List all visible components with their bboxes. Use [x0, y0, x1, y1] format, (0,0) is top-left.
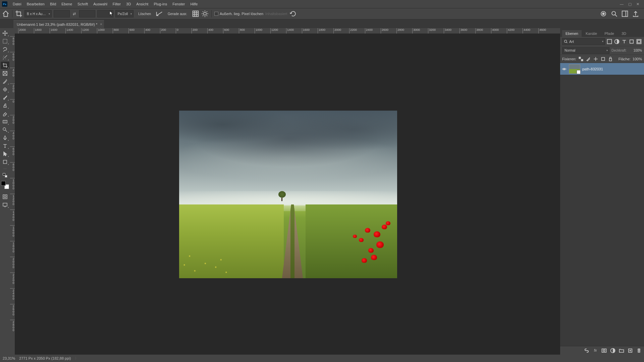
layer-thumbnail[interactable] [569, 64, 580, 74]
overlay-grid-icon[interactable] [192, 10, 199, 17]
marquee-tool[interactable] [1, 38, 9, 45]
filter-shape-icon[interactable] [629, 39, 635, 45]
status-expand-icon[interactable]: 〉 [75, 356, 78, 361]
zoom-level[interactable]: 23,31% [3, 356, 15, 360]
swap-dimensions-icon[interactable]: ⇄ [72, 11, 77, 16]
layer-visibility-icon[interactable] [561, 66, 567, 72]
new-layer-icon[interactable] [627, 348, 633, 354]
straighten-icon[interactable] [156, 10, 163, 17]
canvas-viewport[interactable] [15, 34, 560, 355]
close-icon[interactable]: ✕ [636, 2, 639, 6]
filter-pixel-icon[interactable] [606, 39, 612, 45]
horizontal-ruler[interactable]: 2000180016001400120010008006004002000200… [15, 28, 560, 34]
opacity-value[interactable]: 100% [629, 49, 642, 52]
menu-bearbeiten[interactable]: Bearbeiten [24, 1, 47, 7]
doc-info[interactable]: 2771 Px x 2050 Px (182,88 ppi) [19, 356, 71, 360]
menu-fenster[interactable]: Fenster [170, 1, 187, 7]
document-tab[interactable]: Unbenannt-1 bei 23,3% (path-832031, RGB/… [13, 20, 104, 28]
clear-button[interactable]: Löschen [136, 10, 154, 17]
layer-fx-icon[interactable]: fx [592, 348, 598, 354]
tab-ebenen[interactable]: Ebenen [562, 30, 582, 37]
pen-tool[interactable] [1, 134, 9, 141]
clone-stamp-tool[interactable] [1, 102, 9, 109]
view-icon[interactable] [600, 10, 607, 17]
magic-wand-tool[interactable] [1, 54, 9, 61]
crop-settings-icon[interactable] [201, 10, 209, 17]
screen-mode-icon[interactable] [1, 201, 9, 208]
tab-pfade[interactable]: Pfade [601, 30, 618, 37]
ruler-tick: 400 [144, 28, 150, 34]
frame-tool[interactable] [1, 70, 9, 77]
link-layers-icon[interactable] [584, 348, 590, 354]
crop-width-input[interactable] [54, 10, 70, 17]
lasso-tool[interactable] [1, 46, 9, 53]
checkbox-icon[interactable] [214, 12, 218, 16]
blend-mode-dropdown[interactable]: Normal [562, 47, 609, 54]
layer-filter-dropdown[interactable]: Art [562, 38, 605, 45]
tab-kanaele[interactable]: Kanäle [582, 30, 600, 37]
shape-tool[interactable] [1, 158, 9, 166]
menu-ebene[interactable]: Ebene [59, 1, 75, 7]
straighten-button[interactable]: Gerade ausr. [165, 10, 190, 17]
adjustment-layer-icon[interactable] [610, 348, 616, 354]
healing-brush-tool[interactable] [1, 86, 9, 93]
brush-tool[interactable] [1, 94, 9, 101]
more-tools-icon[interactable]: ⋯ [3, 166, 7, 171]
workspace-icon[interactable] [621, 10, 629, 17]
layer-name-label[interactable]: path-832031 [582, 67, 603, 71]
ratio-preset-dropdown[interactable]: B x H x Au… [24, 10, 52, 17]
delete-layer-icon[interactable] [636, 348, 642, 354]
filter-type-icon[interactable] [621, 39, 627, 45]
layers-list[interactable]: path-832031 [560, 63, 644, 346]
vertical-ruler[interactable]: 8006004002000200400600800100012001400160… [10, 34, 15, 355]
foreground-color-swatch[interactable] [1, 181, 6, 186]
tab-close-icon[interactable]: × [100, 22, 102, 26]
canvas-image[interactable] [179, 111, 397, 278]
group-layers-icon[interactable] [619, 348, 625, 354]
maximize-icon[interactable]: ▢ [628, 2, 632, 6]
menu-3d[interactable]: 3D [123, 1, 133, 7]
gradient-tool[interactable] [1, 118, 9, 125]
lock-image-icon[interactable] [586, 56, 591, 62]
crop-resolution-input[interactable] [97, 10, 113, 17]
fill-value[interactable]: 100% [633, 57, 642, 61]
share-icon[interactable] [632, 10, 639, 17]
menu-schrift[interactable]: Schrift [75, 1, 91, 7]
lock-all-icon[interactable] [608, 56, 613, 62]
eyedropper-tool[interactable] [1, 78, 9, 85]
crop-tool-icon[interactable] [15, 10, 22, 17]
type-tool[interactable] [1, 142, 9, 149]
crop-height-input[interactable] [79, 10, 95, 17]
home-button[interactable] [2, 10, 9, 17]
layer-item[interactable]: path-832031 [560, 63, 644, 75]
reset-icon[interactable] [289, 10, 297, 17]
move-tool[interactable] [1, 29, 9, 37]
lock-artboard-icon[interactable] [600, 56, 606, 62]
menu-auswahl[interactable]: Auswahl [91, 1, 110, 7]
menu-plugins[interactable]: Plug-ins [151, 1, 170, 7]
resolution-unit-dropdown[interactable]: Px/Zoll [115, 10, 134, 17]
menu-filter[interactable]: Filter [110, 1, 123, 7]
menu-bild[interactable]: Bild [47, 1, 59, 7]
tab-3d[interactable]: 3D [618, 30, 630, 37]
menu-datei[interactable]: Datei [10, 1, 24, 7]
filter-adjustment-icon[interactable] [614, 39, 620, 45]
layer-mask-icon[interactable] [601, 348, 607, 354]
dodge-tool[interactable] [1, 126, 9, 133]
menu-hilfe[interactable]: Hilfe [187, 1, 200, 7]
lock-transparency-icon[interactable] [578, 56, 584, 62]
lock-position-icon[interactable] [593, 56, 598, 62]
quick-mask-icon[interactable] [1, 193, 9, 200]
minimize-icon[interactable]: — [620, 2, 624, 6]
filter-smart-icon[interactable] [636, 39, 642, 45]
eraser-tool[interactable] [1, 110, 9, 117]
delete-cropped-checkbox-row[interactable]: Außerh. lieg. Pixel löschen [214, 12, 263, 16]
menu-ansicht[interactable]: Ansicht [133, 1, 151, 7]
path-selection-tool[interactable] [1, 150, 9, 158]
search-icon[interactable] [610, 10, 618, 17]
default-colors-icon[interactable] [1, 172, 9, 179]
svg-point-27 [564, 68, 565, 70]
crop-tool[interactable] [1, 62, 9, 69]
foreground-background-colors[interactable] [1, 181, 9, 189]
ruler-origin[interactable] [10, 28, 15, 34]
